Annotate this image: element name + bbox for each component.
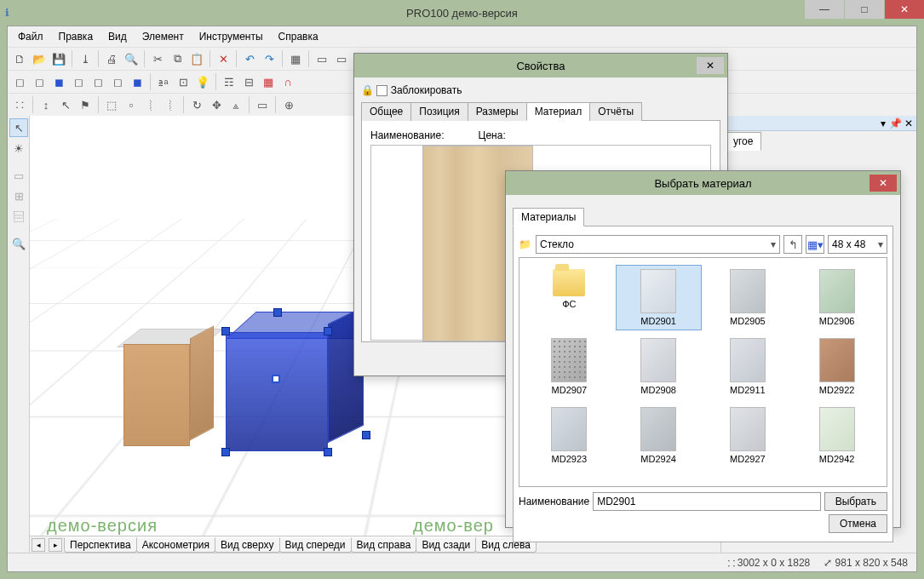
material-item[interactable]: MD2942 [794,403,880,468]
maximize-button[interactable]: □ [845,0,884,19]
new-icon[interactable]: 🗋 [10,49,29,68]
select-tool-icon[interactable]: ↖ [9,118,28,137]
tab-material[interactable]: Материал [526,102,591,121]
close-button[interactable]: ✕ [885,0,924,19]
box4-icon[interactable]: ◻ [69,72,88,91]
minimize-button[interactable]: — [805,0,844,19]
save-icon[interactable]: 💾 [49,49,68,68]
magnet-icon[interactable]: ∩ [278,72,297,91]
view-mode-icon[interactable]: ▦▾ [806,235,824,254]
material-item[interactable]: ФС [526,265,612,330]
view-tab[interactable]: Вид спереди [279,537,352,553]
folder-combo[interactable]: Стекло [536,235,780,254]
view-tab[interactable]: Вид сзади [416,537,476,553]
view-tab[interactable]: Вид сверху [215,537,280,553]
cut-icon[interactable]: ✂ [148,49,167,68]
preview-icon[interactable]: 🔍 [122,49,141,68]
properties-titlebar[interactable]: Свойства ✕ [354,54,727,77]
material-item[interactable]: MD2906 [794,265,880,330]
box6-icon[interactable]: ◻ [108,72,127,91]
selbox-icon[interactable]: ⬚ [102,95,121,114]
up-folder-icon[interactable]: ↰ [783,235,802,254]
centerv-icon[interactable]: ⦚ [141,95,160,114]
tool2-icon[interactable]: ▭ [313,49,331,68]
rect-icon[interactable]: ▭ [253,95,272,114]
zoom-icon[interactable]: 🔍 [9,234,28,253]
rotate-icon[interactable]: ↻ [187,95,206,114]
material-picker-titlebar[interactable]: Выбрать материал ✕ [506,171,900,195]
material-item[interactable]: MD2923 [526,403,612,468]
mat-name-field[interactable]: MD2901 [593,492,820,511]
material-item[interactable]: MD2905 [705,265,791,330]
material-item[interactable]: MD2924 [616,403,702,468]
misc2-icon[interactable]: ⊟ [239,72,258,91]
box2-icon[interactable]: ◻ [30,72,49,91]
text-icon[interactable]: a̲a [154,72,173,91]
select-button[interactable]: Выбрать [824,492,887,511]
menu-help[interactable]: Справка [272,28,325,45]
lock-checkbox[interactable] [376,85,387,96]
properties-tabs: Общее Позиция Размеры Материал Отчёты [361,101,720,121]
dim-icon[interactable]: ⊡ [174,72,192,91]
material-list[interactable]: ФСMD2901MD2905MD2906MD2907MD2908MD2911MD… [519,257,887,487]
pin-icon[interactable]: ▾ 📌 ✕ [881,118,913,129]
menu-tools[interactable]: Инструменты [192,28,270,45]
cursor-icon[interactable]: ↖ [56,95,75,114]
tab-position[interactable]: Позиция [410,102,468,121]
mirror-icon[interactable]: ⟁ [227,95,245,114]
paste-icon[interactable]: 📋 [187,49,206,68]
light-icon[interactable]: 💡 [193,72,212,91]
grid2-icon[interactable]: ⸬ [10,95,29,114]
panel2-icon[interactable]: ⊞ [9,186,28,205]
flag-icon[interactable]: ⚑ [76,95,95,114]
menu-element[interactable]: Элемент [135,28,191,45]
panel3-icon[interactable]: ⿳ [9,207,28,226]
tab-reports[interactable]: Отчёты [589,102,642,121]
print-icon[interactable]: 🖨 [102,49,121,68]
cancel-button[interactable]: Отмена [829,514,887,533]
object-cabinet-wood[interactable] [123,329,217,448]
copy-icon[interactable]: ⧉ [168,49,187,68]
materials-tab[interactable]: Материалы [513,208,584,226]
menu-view[interactable]: Вид [101,28,134,45]
rp-tab[interactable]: угое [725,132,761,151]
alignv-icon[interactable]: ↕ [37,95,55,114]
tool1-icon[interactable]: ▦ [286,49,305,68]
misc1-icon[interactable]: ☶ [220,72,238,91]
tab-dimensions[interactable]: Размеры [468,102,527,121]
handles-icon[interactable]: ▫ [122,95,141,114]
view-tab[interactable]: Вид справа [351,537,417,553]
thumb-size-combo[interactable]: 48 x 48 [828,235,887,254]
material-picker-close-button[interactable]: ✕ [869,175,897,192]
view-tab[interactable]: Перспектива [64,537,137,553]
tab-next[interactable]: ▸ [49,538,62,552]
grid-icon[interactable]: ▦ [259,72,278,91]
open-icon[interactable]: 📂 [30,49,49,68]
redo-icon[interactable]: ↷ [260,49,278,68]
tab-prev[interactable]: ◂ [32,538,45,552]
material-item[interactable]: MD2911 [705,334,791,399]
centerh-icon[interactable]: ⦚ [161,95,180,114]
material-item[interactable]: MD2901 [616,265,702,330]
menu-edit[interactable]: Правка [52,28,100,45]
undo-icon[interactable]: ↶ [240,49,259,68]
properties-close-button[interactable]: ✕ [697,57,724,74]
box7-icon[interactable]: ◼ [128,72,146,91]
material-item[interactable]: MD2927 [705,403,791,468]
tab-general[interactable]: Общее [361,102,411,121]
box1-icon[interactable]: ◻ [10,72,29,91]
view-tab[interactable]: Аксонометрия [136,537,215,553]
delete-icon[interactable]: ✕ [214,49,232,68]
panel1-icon[interactable]: ▭ [9,166,28,185]
box3-icon[interactable]: ◼ [49,72,68,91]
target-icon[interactable]: ⊕ [279,95,298,114]
box5-icon[interactable]: ◻ [89,72,107,91]
material-item[interactable]: MD2922 [794,334,880,399]
tool3-icon[interactable]: ▭ [332,49,351,68]
material-item[interactable]: MD2908 [616,334,702,399]
menu-file[interactable]: Файл [11,28,50,45]
material-item[interactable]: MD2907 [526,334,612,399]
move-icon[interactable]: ✥ [207,95,226,114]
light-tool-icon[interactable]: ☀ [9,139,28,158]
export-icon[interactable]: ⤓ [76,49,95,68]
